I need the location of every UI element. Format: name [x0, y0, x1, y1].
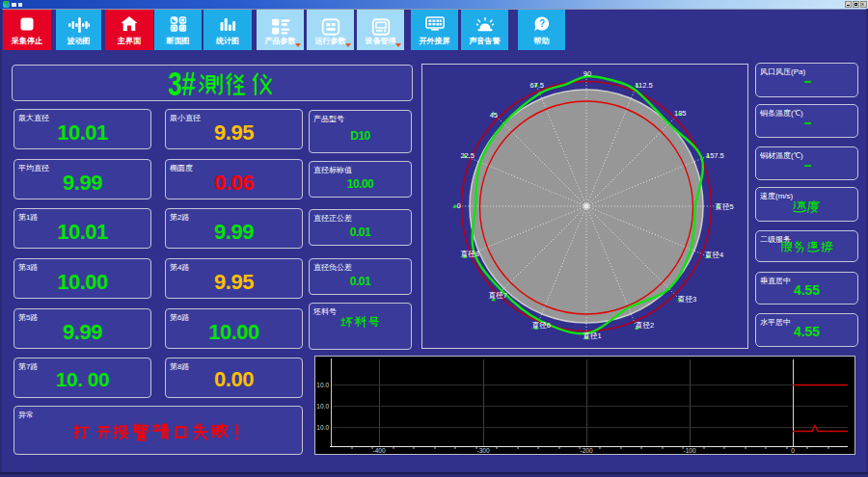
svg-text:-100: -100 — [683, 447, 695, 454]
svg-text:直径8: 直径8 — [460, 250, 479, 258]
svg-text:直径6: 直径6 — [531, 321, 551, 330]
svg-text:直径7: 直径7 — [488, 291, 507, 300]
svg-text:0: 0 — [457, 201, 461, 210]
svg-text:90: 90 — [583, 69, 591, 78]
svg-text:0: 0 — [791, 447, 795, 454]
svg-text:直径3: 直径3 — [677, 295, 696, 304]
svg-text:直径2: 直径2 — [635, 321, 654, 330]
svg-text:10.0: 10.0 — [316, 424, 329, 431]
svg-text:10.0: 10.0 — [316, 403, 329, 410]
svg-text:-300: -300 — [476, 447, 489, 454]
svg-text:直径5: 直径5 — [715, 202, 734, 211]
svg-text:22.5: 22.5 — [460, 151, 475, 160]
svg-text:112.5: 112.5 — [636, 81, 653, 90]
svg-text:135: 135 — [674, 109, 687, 118]
svg-text:直径1: 直径1 — [582, 331, 601, 340]
svg-text:-400: -400 — [372, 447, 385, 454]
svg-text:10.0: 10.0 — [316, 382, 329, 388]
svg-text:直径4: 直径4 — [704, 251, 723, 259]
svg-text:157.5: 157.5 — [706, 151, 724, 160]
svg-text:45: 45 — [490, 111, 498, 119]
svg-text:67.5: 67.5 — [529, 81, 544, 90]
svg-text:-200: -200 — [580, 447, 592, 454]
svg-text:?: ? — [538, 18, 544, 29]
